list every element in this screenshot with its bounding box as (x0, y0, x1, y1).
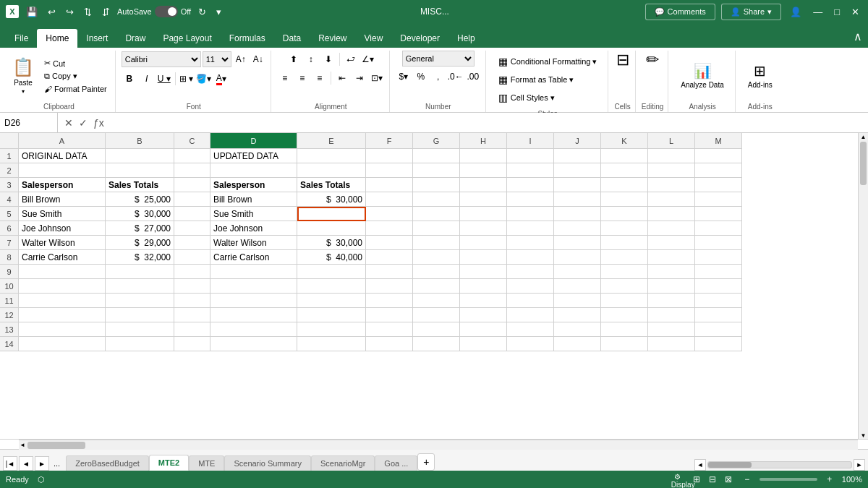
cell-c4[interactable] (174, 192, 210, 207)
confirm-formula-button[interactable]: ✓ (77, 116, 90, 130)
cell-g12[interactable] (413, 308, 460, 322)
sheet-next-button[interactable]: ► (35, 456, 49, 471)
row-header-9[interactable]: 9 (0, 265, 19, 279)
cell-h2[interactable] (460, 163, 507, 178)
cell-b11[interactable] (106, 294, 174, 308)
cell-f13[interactable] (366, 322, 413, 337)
col-header-j[interactable]: J (554, 133, 601, 149)
cell-c11[interactable] (174, 294, 210, 308)
minimize-button[interactable]: — (810, 5, 825, 19)
cell-g14[interactable] (413, 337, 460, 351)
cell-f14[interactable] (366, 337, 413, 351)
add-ins-button[interactable]: ⊞ Add-ins (741, 59, 779, 93)
cell-j1[interactable] (554, 149, 601, 163)
cell-h1[interactable] (460, 149, 507, 163)
border-button[interactable]: ⊞ ▾ (179, 71, 195, 87)
cell-g2[interactable] (413, 163, 460, 178)
cell-k3[interactable] (601, 178, 648, 192)
cell-j14[interactable] (554, 337, 601, 351)
normal-view-button[interactable]: ⊞ (690, 473, 703, 486)
cell-h11[interactable] (460, 294, 507, 308)
cell-j8[interactable] (554, 250, 601, 265)
cells-icon[interactable]: ⊟ (616, 51, 629, 69)
cell-styles-button[interactable]: ▥ Cell Styles ▾ (493, 90, 560, 106)
cell-j11[interactable] (554, 294, 601, 308)
cell-b9[interactable] (106, 265, 174, 279)
cell-e2[interactable] (297, 163, 366, 178)
cell-a7[interactable]: Walter Wilson (19, 236, 106, 250)
cell-a12[interactable] (19, 308, 106, 322)
cell-j7[interactable] (554, 236, 601, 250)
cell-g1[interactable] (413, 149, 460, 163)
col-header-e[interactable]: E (297, 133, 366, 149)
copy-button[interactable]: ⧉ Copy ▾ (41, 70, 111, 82)
cell-b13[interactable] (106, 322, 174, 337)
cell-j9[interactable] (554, 265, 601, 279)
cell-c1[interactable] (174, 149, 210, 163)
angle-text-button[interactable]: ∠▾ (360, 51, 376, 67)
cell-l2[interactable] (648, 163, 695, 178)
cell-m4[interactable] (695, 192, 742, 207)
currency-button[interactable]: $▾ (396, 69, 412, 85)
cell-g4[interactable] (413, 192, 460, 207)
tab-view[interactable]: View (356, 29, 392, 48)
cell-d6[interactable]: Joe Johnson (210, 221, 297, 236)
sheet-tab-scenario-summary[interactable]: Scenario Summary (224, 455, 311, 471)
page-break-view-button[interactable]: ⊠ (722, 473, 735, 486)
cell-g11[interactable] (413, 294, 460, 308)
cell-m12[interactable] (695, 308, 742, 322)
cell-d5[interactable]: Sue Smith (210, 207, 297, 221)
sheet-tab-goa[interactable]: Goa ... (375, 455, 417, 471)
cell-b4[interactable]: $ 25,000 (106, 192, 174, 207)
row-header-14[interactable]: 14 (0, 337, 19, 351)
cell-a2[interactable] (19, 163, 106, 178)
tab-page-layout[interactable]: Page Layout (154, 29, 220, 48)
cell-m7[interactable] (695, 236, 742, 250)
align-right-button[interactable]: ≡ (312, 70, 328, 86)
cell-e13[interactable] (297, 322, 366, 337)
cell-k1[interactable] (601, 149, 648, 163)
cell-j10[interactable] (554, 279, 601, 294)
cell-k5[interactable] (601, 207, 648, 221)
zoom-out-button[interactable]: − (741, 473, 754, 486)
cell-b2[interactable] (106, 163, 174, 178)
cell-a5[interactable]: Sue Smith (19, 207, 106, 221)
cell-d13[interactable] (210, 322, 297, 337)
sheet-scroll-left[interactable]: ◄ (694, 459, 706, 471)
cell-b6[interactable]: $ 27,000 (106, 221, 174, 236)
row-header-11[interactable]: 11 (0, 294, 19, 308)
cell-f6[interactable] (366, 221, 413, 236)
cut-button[interactable]: ✂ Cut (41, 57, 111, 69)
cell-b3[interactable]: Sales Totals (106, 178, 174, 192)
underline-button[interactable]: U ▾ (156, 71, 172, 87)
col-header-c[interactable]: C (174, 133, 210, 149)
share-button[interactable]: 👤 Share ▾ (721, 4, 781, 20)
cell-e1[interactable] (297, 149, 366, 163)
cell-h8[interactable] (460, 250, 507, 265)
cell-i10[interactable] (507, 279, 554, 294)
cell-l9[interactable] (648, 265, 695, 279)
col-header-b[interactable]: B (106, 133, 174, 149)
col-header-m[interactable]: M (695, 133, 742, 149)
scroll-track-v[interactable] (859, 187, 868, 432)
cell-h12[interactable] (460, 308, 507, 322)
cell-a3[interactable]: Salesperson (19, 178, 106, 192)
cell-l12[interactable] (648, 308, 695, 322)
cell-f8[interactable] (366, 250, 413, 265)
cell-i13[interactable] (507, 322, 554, 337)
cell-a10[interactable] (19, 279, 106, 294)
cell-c3[interactable] (174, 178, 210, 192)
cell-a9[interactable] (19, 265, 106, 279)
cell-b1[interactable] (106, 149, 174, 163)
cell-m14[interactable] (695, 337, 742, 351)
cell-i14[interactable] (507, 337, 554, 351)
save-button[interactable]: 💾 (23, 5, 41, 19)
cell-m10[interactable] (695, 279, 742, 294)
row-header-6[interactable]: 6 (0, 221, 19, 236)
col-header-h[interactable]: H (460, 133, 507, 149)
cell-f2[interactable] (366, 163, 413, 178)
cell-f11[interactable] (366, 294, 413, 308)
cell-k12[interactable] (601, 308, 648, 322)
cell-e14[interactable] (297, 337, 366, 351)
align-left-button[interactable]: ≡ (277, 70, 293, 86)
